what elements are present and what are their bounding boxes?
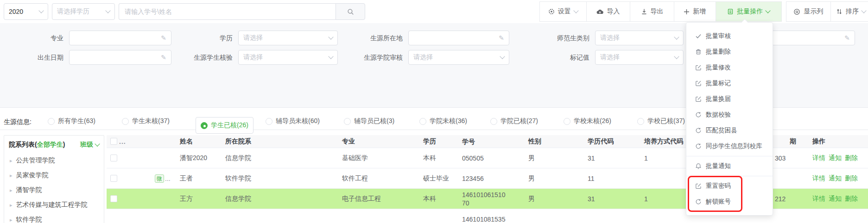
menu-item-reset-password[interactable]: 重置密码 (686, 178, 773, 194)
delete-link[interactable]: 删除 (845, 154, 858, 162)
header-ops: 操作 (809, 135, 868, 148)
sidebar-item-dept[interactable]: ▸软件学院 (4, 212, 104, 223)
degree-select[interactable]: 请选择学历 (52, 3, 115, 20)
menu-item-sync-students[interactable]: 同步学生信息到校库 (686, 138, 773, 154)
cell-sid: 050505 (456, 148, 519, 168)
batch-actions-menu: 批量审核 批量删除 批量修改 批量标记 批量换届 数据校验 匹配贫困县 同步学 (686, 22, 773, 216)
gear-icon (548, 8, 555, 15)
cell-sid: 146101081535 (456, 209, 519, 223)
filter-label-birthdate: 出生日期 (19, 50, 63, 65)
filter-label-mark-value: 标记值 (501, 50, 589, 65)
detail-link[interactable]: 详情 (812, 154, 825, 162)
radio-school-checked[interactable]: 学校已核(37) (637, 117, 685, 125)
sidebar-title-highlight: 全部学生 (37, 141, 63, 148)
batch-actions-button[interactable]: 批量操作 (716, 2, 781, 21)
cell-date (773, 168, 809, 188)
cell-name: 王者 (178, 168, 220, 188)
year-select[interactable]: 2020 (4, 3, 48, 20)
class-toggle[interactable]: 班级 (80, 141, 99, 149)
cell-major (338, 209, 419, 223)
radio-school-unchecked[interactable]: 学校未核(26) (564, 117, 611, 125)
toolbar-button-group: 设置 导入 导出 新增 批量操作 (539, 1, 782, 22)
batch-actions-label: 批量操作 (737, 7, 763, 16)
detail-link[interactable]: 详情 (812, 174, 825, 183)
cell-dept (220, 209, 338, 223)
show-columns-button[interactable]: 显示列 (786, 2, 830, 21)
eye-icon (793, 8, 800, 15)
mark-value-select[interactable]: 请选择 (595, 50, 684, 65)
add-button[interactable]: 新增 (674, 2, 716, 21)
detail-link[interactable]: 详情 (812, 195, 825, 203)
college-audit-select[interactable]: 请选择 (408, 50, 509, 65)
sidebar-item-dept[interactable]: ▸潘智学院 (4, 183, 104, 198)
sort-button[interactable]: 排序 (830, 2, 868, 21)
radio-counselor-unchecked[interactable]: 辅导员未核(60) (266, 117, 320, 125)
radio-all-students[interactable]: 所有学生(63) (48, 117, 95, 125)
menu-divider (686, 156, 773, 156)
chevron-down-icon (861, 8, 866, 13)
edit-icon (695, 96, 702, 102)
menu-item-match-poverty-county[interactable]: 匹配贫困县 (686, 123, 773, 138)
cell-degree: 本科 (419, 148, 456, 168)
more-columns-indicator: ... (119, 138, 126, 145)
menu-item-unlock-account[interactable]: 解锁账号 (686, 194, 773, 210)
chevron-down-icon (38, 8, 44, 13)
cell-dept: 软件学院 (220, 168, 338, 188)
settings-button[interactable]: 设置 (540, 2, 586, 21)
radio-icon (344, 118, 351, 125)
menu-item-batch-audit[interactable]: 批量审核 (686, 28, 773, 44)
notify-link[interactable]: 通知 (829, 195, 842, 203)
notify-link[interactable]: 通知 (829, 174, 842, 183)
caret-right-icon: ▸ (10, 173, 13, 179)
delete-link[interactable]: 删除 (845, 195, 858, 203)
sort-icon (836, 8, 843, 15)
cell-gender: 男 (519, 148, 570, 168)
major-field: ✎ (69, 31, 171, 45)
sidebar-item-dept[interactable]: ▸艺术传媒与建筑工程学院 (4, 198, 104, 212)
cell-major: 电子信息工程 (338, 189, 419, 209)
caret-right-icon: ▸ (10, 217, 13, 223)
radio-college-unchecked[interactable]: 学院未核(36) (419, 117, 467, 125)
export-button[interactable]: 导出 (630, 2, 674, 21)
select-all-checkbox[interactable] (110, 138, 117, 145)
cell-dept: 信息学院 (220, 189, 338, 209)
toolbar-button-group-2: 显示列 排序 (786, 1, 868, 22)
menu-item-batch-notify[interactable]: 批量通知 (686, 158, 773, 174)
normal-type-select[interactable]: 请选择 (595, 31, 684, 45)
cell-gender: 男 (519, 189, 570, 209)
birthdate-input[interactable] (74, 53, 161, 62)
pencil-icon: ✎ (844, 34, 850, 42)
delete-link[interactable]: 删除 (845, 174, 858, 183)
refresh-icon (695, 143, 702, 149)
sidebar-item-dept[interactable]: ▸吴家俊学院 (4, 168, 104, 183)
import-button[interactable]: 导入 (586, 2, 630, 21)
row-checkbox[interactable] (110, 175, 117, 182)
plus-icon (684, 9, 690, 15)
radio-icon (48, 118, 55, 125)
menu-item-batch-delete[interactable]: 批量删除 (686, 44, 773, 60)
search-button[interactable] (336, 3, 365, 20)
major-input[interactable] (74, 34, 161, 42)
row-checkbox[interactable] (110, 155, 117, 161)
select-placeholder: 请选择 (413, 53, 433, 62)
menu-item-data-validate[interactable]: 数据校验 (686, 107, 773, 123)
radio-student-checked[interactable]: 学生已核(26) (196, 117, 253, 134)
refresh-icon (695, 112, 702, 118)
menu-item-batch-transition[interactable]: 批量换届 (686, 91, 773, 107)
radio-college-checked[interactable]: 学院已核(27) (490, 117, 538, 125)
notify-link[interactable]: 通知 (829, 154, 842, 162)
import-label: 导入 (607, 7, 620, 16)
radio-counselor-checked[interactable]: 辅导员已核(3) (344, 117, 394, 125)
menu-item-batch-edit[interactable]: 批量修改 (686, 60, 773, 75)
origin-input[interactable] (413, 34, 499, 42)
origin-field: ✎ (408, 31, 509, 45)
cell-dept: 信息学院 (220, 148, 338, 168)
download-icon (641, 8, 647, 15)
menu-divider (686, 176, 773, 176)
caret-right-icon: ▸ (10, 187, 13, 193)
search-input[interactable] (119, 3, 336, 20)
sidebar-item-dept[interactable]: ▸公共管理学院 (4, 153, 104, 168)
row-checkbox[interactable] (110, 195, 117, 202)
menu-item-batch-mark[interactable]: 批量标记 (686, 75, 773, 91)
radio-student-unchecked[interactable]: 学生未核(37) (122, 117, 170, 125)
